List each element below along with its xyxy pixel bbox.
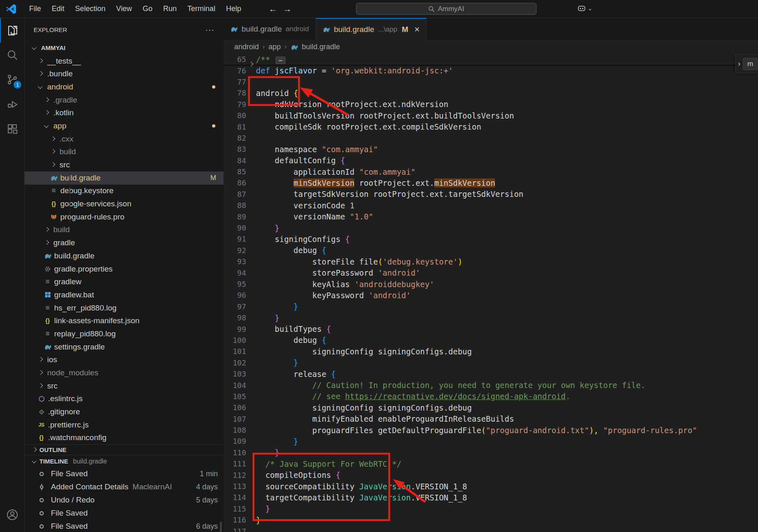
line-number[interactable]: 93 (224, 257, 246, 266)
menu-item-selection[interactable]: Selection (70, 3, 111, 15)
line-number[interactable]: 96 (224, 291, 246, 299)
code-link[interactable]: https://reactnative.dev/docs/signed-apk-… (345, 392, 566, 401)
line-number[interactable]: 76 (224, 66, 246, 75)
tree-item-settings-gradle[interactable]: settings.gradle (25, 340, 224, 354)
line-number[interactable]: 111 (224, 459, 246, 468)
line-number[interactable]: 98 (224, 313, 246, 322)
line-number[interactable]: 117 (224, 527, 246, 532)
line-number[interactable]: 94 (224, 269, 246, 277)
line-number[interactable]: 116 (224, 516, 246, 524)
line-number[interactable]: 100 (224, 336, 246, 345)
activitybar-account[interactable] (0, 502, 24, 527)
menu-item-view[interactable]: View (111, 3, 137, 15)
tree-item-gradlew-bat[interactable]: gradlew.bat (25, 288, 224, 301)
line-number[interactable]: 81 (224, 123, 246, 131)
tree-item-prettierrc-js[interactable]: JS.prettierrc.js (25, 418, 224, 432)
timeline-item-file-saved[interactable]: File Saved6 days (25, 520, 224, 532)
find-input[interactable]: m (743, 58, 758, 70)
line-number[interactable]: 86 (224, 178, 246, 187)
tree-item-eslintrc-js[interactable]: .eslintrc.js (25, 393, 224, 406)
activitybar-search[interactable] (0, 43, 24, 67)
line-number[interactable]: 95 (224, 280, 246, 288)
tree-item-proguard-rules-pro[interactable]: proguard-rules.pro (25, 210, 224, 224)
tree-item-link-assets-manifest-json[interactable]: {}link-assets-manifest.json (25, 314, 224, 327)
find-expand-icon[interactable]: › (735, 59, 743, 68)
nav-forward-icon[interactable]: → (283, 4, 292, 14)
line-number[interactable]: 108 (224, 426, 246, 434)
line-number[interactable]: 104 (224, 381, 246, 390)
line-number[interactable]: 82 (224, 134, 246, 142)
breadcrumb-item[interactable]: android (234, 43, 259, 51)
breadcrumb-item[interactable]: app (268, 43, 281, 51)
line-number[interactable]: 89 (224, 212, 246, 221)
menu-item-go[interactable]: Go (137, 3, 158, 15)
explorer-actions-icon[interactable]: ··· (205, 25, 215, 34)
line-number[interactable]: 114 (224, 493, 246, 502)
breadcrumb-item[interactable]: build.gradle (302, 43, 340, 51)
line-number[interactable]: 115 (224, 505, 246, 513)
line-number[interactable]: 79 (224, 100, 246, 109)
tree-item-tests[interactable]: __tests__ (25, 55, 224, 68)
line-number[interactable]: 112 (224, 471, 246, 479)
line-number[interactable]: 91 (224, 235, 246, 243)
tree-item-gradle-properties[interactable]: gradle.properties (25, 263, 224, 276)
activitybar-explorer[interactable] (0, 18, 24, 43)
tree-item-android[interactable]: android (25, 80, 224, 94)
tree-item-gradle[interactable]: .gradle (25, 94, 224, 107)
line-number[interactable]: 109 (224, 437, 246, 445)
line-number[interactable]: 65 (224, 55, 246, 64)
tree-item-debug-keystore[interactable]: ≡debug.keystore (25, 185, 224, 198)
timeline-item-added-contact-details[interactable]: Added Contact DetailsMaclearnAI4 days (25, 480, 224, 493)
tree-item-replay-pid880-log[interactable]: ≡replay_pid880.log (25, 327, 224, 340)
line-number[interactable]: 99 (224, 325, 246, 333)
line-number[interactable]: 85 (224, 167, 246, 176)
tree-item-kotlin[interactable]: .kotlin (25, 106, 224, 119)
menu-item-help[interactable]: Help (221, 3, 247, 15)
line-number[interactable]: 103 (224, 370, 246, 378)
code-area[interactable]: 65/** ⋯76def jscFlavor = 'org.webkit:and… (224, 54, 758, 532)
tree-item-bundle[interactable]: .bundle (25, 67, 224, 80)
line-number[interactable]: 84 (224, 156, 246, 165)
line-number[interactable]: 88 (224, 201, 246, 210)
tree-item-hs-err-pid880-log[interactable]: ≡hs_err_pid880.log (25, 301, 224, 315)
activitybar-run-debug[interactable] (0, 92, 24, 116)
line-number[interactable]: 107 (224, 415, 246, 423)
command-center-search[interactable]: AmmyAI (356, 3, 537, 15)
activitybar-extensions[interactable] (0, 116, 24, 141)
tab-build-gradle-android[interactable]: build.gradle android (224, 18, 316, 40)
timeline-item-file-saved[interactable]: File Saved1 min (25, 467, 224, 480)
line-number[interactable]: 113 (224, 482, 246, 491)
sidebar-scrollbar[interactable] (220, 522, 222, 532)
menu-item-run[interactable]: Run (158, 3, 182, 15)
tree-item-build-gradle[interactable]: build.gradleM (25, 171, 224, 185)
nav-back-icon[interactable]: ← (269, 4, 277, 14)
tree-item-build[interactable]: build (25, 146, 224, 159)
line-number[interactable]: 87 (224, 190, 246, 199)
line-number[interactable]: 110 (224, 448, 246, 457)
tree-item-cxx[interactable]: .cxx (25, 132, 224, 146)
tree-item-ammyai[interactable]: AMMYAI (25, 41, 224, 55)
menu-item-file[interactable]: File (24, 3, 46, 15)
line-number[interactable]: 78 (224, 89, 246, 97)
line-number[interactable]: 101 (224, 347, 246, 356)
line-number[interactable]: 90 (224, 224, 246, 232)
line-number[interactable]: 77 (224, 78, 246, 86)
tree-item-build-gradle[interactable]: build.gradle (25, 249, 224, 263)
tree-item-gradle[interactable]: gradle (25, 236, 224, 249)
menu-item-edit[interactable]: Edit (46, 3, 70, 15)
timeline-item-undo-redo[interactable]: Undo / Redo5 days (25, 493, 224, 507)
line-number[interactable]: 83 (224, 145, 246, 153)
tree-item-app[interactable]: app (25, 119, 224, 132)
copilot-menu[interactable]: ⌄ (577, 3, 592, 13)
tree-item-build[interactable]: build (25, 224, 224, 237)
line-number[interactable]: 105 (224, 392, 246, 401)
outline-section-header[interactable]: OUTLINE (25, 444, 224, 455)
line-number[interactable]: 92 (224, 246, 246, 255)
tab-build-gradle-app[interactable]: build.gradle ...\app M × (316, 18, 427, 40)
tree-item-node-modules[interactable]: node_modules (25, 366, 224, 379)
activitybar-source-control[interactable]: 1 (0, 67, 24, 92)
tree-item-watchmanconfig[interactable]: {}.watchmanconfig (25, 432, 224, 445)
tree-item-src[interactable]: src (25, 158, 224, 171)
tree-item-google-services-json[interactable]: {}google-services.json (25, 197, 224, 210)
menu-item-terminal[interactable]: Terminal (182, 3, 221, 15)
